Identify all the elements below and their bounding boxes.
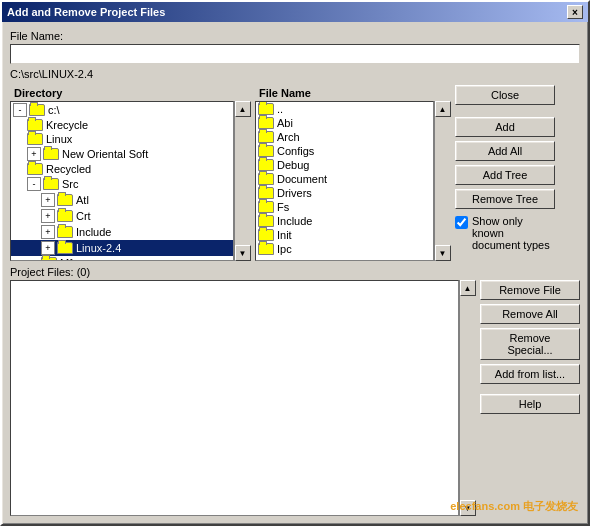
expander-icon[interactable]: +	[27, 147, 41, 161]
project-section: Project Files: (0) ▲ ▼ Remove File Remov…	[10, 266, 580, 516]
expander-icon[interactable]: +	[41, 225, 55, 239]
file-item[interactable]: Init	[256, 228, 433, 242]
close-button[interactable]: ×	[567, 5, 583, 19]
file-panel-label: File Name	[255, 85, 450, 101]
tree-item[interactable]: - Src	[11, 176, 233, 192]
tree-item[interactable]: Recycled	[11, 162, 233, 176]
folder-icon	[27, 133, 43, 145]
expander-icon[interactable]: -	[13, 103, 27, 117]
scroll-down[interactable]: ▼	[235, 245, 251, 261]
item-label: Linux	[46, 133, 72, 145]
file-name: Include	[277, 215, 312, 227]
item-label: Include	[76, 226, 111, 238]
tree-item[interactable]: Mfc	[11, 256, 233, 261]
add-from-list-button[interactable]: Add from list...	[480, 364, 580, 384]
expander-icon[interactable]: +	[41, 193, 55, 207]
expander-icon[interactable]: +	[41, 209, 55, 223]
tree-item-selected[interactable]: + Linux-2.4	[11, 240, 233, 256]
file-name-label: File Name:	[10, 30, 580, 42]
dir-scrollbar[interactable]: ▲ ▼	[234, 101, 250, 261]
folder-icon	[43, 178, 59, 190]
directory-list-with-scroll: - c:\ Krecycle	[10, 101, 250, 261]
right-buttons: Close Add Add All Add Tree Remove Tree S…	[455, 85, 555, 261]
remove-special-button[interactable]: Remove Special...	[480, 328, 580, 360]
window-title: Add and Remove Project Files	[7, 6, 165, 18]
help-button[interactable]: Help	[480, 394, 580, 414]
item-label: New Oriental Soft	[62, 148, 148, 160]
scroll-up[interactable]: ▲	[460, 280, 476, 296]
known-types-checkbox[interactable]	[455, 216, 468, 229]
middle-section: Directory - c:\	[10, 85, 580, 261]
file-name: Init	[277, 229, 292, 241]
item-label: Crt	[76, 210, 91, 222]
project-listbox[interactable]	[10, 280, 459, 516]
folder-icon	[258, 131, 274, 143]
folder-icon	[57, 194, 73, 206]
folder-icon	[258, 173, 274, 185]
file-listbox[interactable]: .. Abi Arch	[255, 101, 434, 261]
item-label: c:\	[48, 104, 60, 116]
folder-icon	[258, 117, 274, 129]
folder-icon	[258, 229, 274, 241]
file-item[interactable]: Fs	[256, 200, 433, 214]
file-item[interactable]: Include	[256, 214, 433, 228]
file-item[interactable]: ..	[256, 102, 433, 116]
checkbox-label: Show only known document types	[472, 215, 555, 251]
file-name-row	[10, 44, 580, 64]
file-name: Ipc	[277, 243, 292, 255]
item-label: Src	[62, 178, 79, 190]
content-area: File Name: C:\src\LINUX-2.4 Directory -	[2, 22, 588, 524]
close-button[interactable]: Close	[455, 85, 555, 105]
folder-icon	[258, 103, 274, 115]
scroll-down[interactable]: ▼	[435, 245, 451, 261]
folder-icon	[27, 163, 43, 175]
file-item[interactable]: Abi	[256, 116, 433, 130]
file-name: ..	[277, 103, 283, 115]
add-tree-button[interactable]: Add Tree	[455, 165, 555, 185]
file-item[interactable]: Document	[256, 172, 433, 186]
folder-icon	[43, 148, 59, 160]
bottom-buttons: Remove File Remove All Remove Special...…	[480, 280, 580, 516]
tree-item[interactable]: Linux	[11, 132, 233, 146]
file-name: Configs	[277, 145, 314, 157]
file-panel: File Name .. Abi	[255, 85, 450, 261]
file-items: .. Abi Arch	[256, 102, 433, 257]
remove-tree-button[interactable]: Remove Tree	[455, 189, 555, 209]
file-name: Document	[277, 173, 327, 185]
file-name: Arch	[277, 131, 300, 143]
folder-icon	[258, 201, 274, 213]
item-label: Mfc	[60, 257, 78, 261]
file-item[interactable]: Arch	[256, 130, 433, 144]
file-item[interactable]: Drivers	[256, 186, 433, 200]
title-bar: Add and Remove Project Files ×	[2, 2, 588, 22]
file-scrollbar[interactable]: ▲ ▼	[434, 101, 450, 261]
tree-item[interactable]: Krecycle	[11, 118, 233, 132]
expander-icon[interactable]: -	[27, 177, 41, 191]
remove-file-button[interactable]: Remove File	[480, 280, 580, 300]
folder-icon	[27, 119, 43, 131]
tree-item[interactable]: + New Oriental Soft	[11, 146, 233, 162]
add-button[interactable]: Add	[455, 117, 555, 137]
tree-item[interactable]: + Atl	[11, 192, 233, 208]
directory-panel: Directory - c:\	[10, 85, 250, 261]
project-scrollbar[interactable]: ▲ ▼	[459, 280, 475, 516]
file-name-input[interactable]	[10, 44, 580, 64]
project-list-with-scroll: ▲ ▼	[10, 280, 475, 516]
add-all-button[interactable]: Add All	[455, 141, 555, 161]
file-item[interactable]: Debug	[256, 158, 433, 172]
folder-icon	[57, 210, 73, 222]
expander-icon[interactable]: +	[41, 241, 55, 255]
tree-item[interactable]: + Crt	[11, 208, 233, 224]
scroll-up[interactable]: ▲	[435, 101, 451, 117]
scroll-down[interactable]: ▼	[460, 500, 476, 516]
scroll-up[interactable]: ▲	[235, 101, 251, 117]
directory-listbox[interactable]: - c:\ Krecycle	[10, 101, 234, 261]
file-name: Debug	[277, 159, 309, 171]
file-item[interactable]: Ipc	[256, 242, 433, 256]
tree-item[interactable]: + Include	[11, 224, 233, 240]
file-item[interactable]: Configs	[256, 144, 433, 158]
tree-item[interactable]: - c:\	[11, 102, 233, 118]
project-files-row: ▲ ▼ Remove File Remove All Remove Specia…	[10, 280, 580, 516]
item-label: Linux-2.4	[76, 242, 121, 254]
remove-all-button[interactable]: Remove All	[480, 304, 580, 324]
